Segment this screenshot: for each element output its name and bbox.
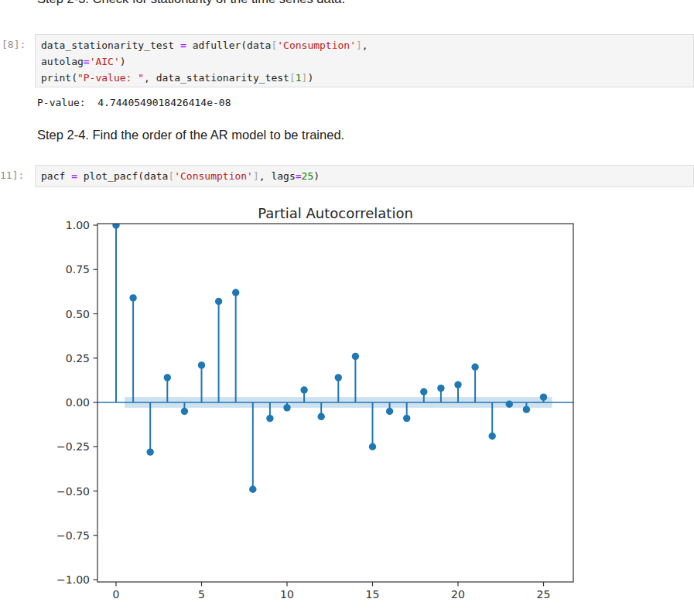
- y-tick-label: −0.25: [56, 440, 90, 453]
- x-tick-label: 25: [537, 588, 551, 601]
- marker-lag-0: [112, 221, 119, 228]
- marker-lag-14: [352, 353, 359, 360]
- cell11-code-editor[interactable]: pacf = plot_pacf(data['Consumption'], la…: [35, 165, 694, 187]
- marker-lag-2: [147, 448, 154, 455]
- y-tick-label: 0.50: [66, 308, 90, 320]
- cell11-execution-prompt: 11]:: [0, 167, 24, 183]
- marker-lag-18: [420, 388, 427, 395]
- marker-lag-10: [283, 404, 290, 411]
- x-tick-label: 5: [198, 588, 205, 601]
- marker-lag-21: [471, 364, 478, 371]
- marker-lag-9: [266, 415, 273, 422]
- markdown-cell-step-2-4[interactable]: Step 2-4. Find the order of the AR model…: [37, 126, 344, 143]
- marker-lag-23: [506, 401, 513, 408]
- marker-lag-25: [540, 393, 547, 400]
- marker-lag-5: [198, 361, 205, 368]
- code-line: autolag='AIC'): [41, 53, 687, 70]
- marker-lag-19: [437, 385, 444, 392]
- chart-title: Partial Autocorrelation: [258, 205, 413, 221]
- x-tick-label: 15: [366, 588, 380, 601]
- marker-lag-8: [249, 486, 256, 493]
- marker-lag-4: [181, 408, 188, 415]
- marker-lag-12: [318, 413, 325, 420]
- marker-lag-7: [232, 289, 239, 296]
- x-tick-label: 20: [451, 588, 465, 601]
- pacf-chart: Partial Autocorrelation05101520251.000.7…: [49, 195, 590, 616]
- y-tick-label: −0.75: [56, 529, 90, 542]
- code-line: pacf = plot_pacf(data['Consumption'], la…: [41, 168, 687, 184]
- marker-lag-13: [335, 374, 342, 381]
- markdown-cell-step-2-3[interactable]: Step 2-3. Check for stationarity of the …: [37, 0, 345, 7]
- marker-lag-1: [129, 294, 136, 301]
- y-tick-label: 1.00: [66, 219, 90, 231]
- y-tick-label: 0.00: [66, 396, 90, 409]
- y-tick-label: 0.75: [66, 263, 90, 275]
- marker-lag-16: [386, 408, 393, 415]
- code-line: print("P-value: ", data_stationarity_tes…: [41, 70, 687, 86]
- x-tick-label: 10: [280, 588, 294, 601]
- pacf-figure-output: Partial Autocorrelation05101520251.000.7…: [49, 195, 590, 616]
- x-tick-label: 0: [113, 588, 120, 601]
- y-tick-label: 0.25: [66, 352, 90, 364]
- plot-area: [97, 221, 573, 493]
- marker-lag-3: [164, 374, 171, 381]
- code-line: data_stationarity_test = adfuller(data['…: [41, 37, 687, 53]
- cell8-code-editor[interactable]: data_stationarity_test = adfuller(data['…: [35, 34, 694, 87]
- marker-lag-6: [215, 298, 222, 305]
- marker-lag-22: [489, 433, 496, 440]
- y-tick-label: −1.00: [56, 573, 90, 586]
- marker-lag-24: [523, 406, 530, 412]
- marker-lag-11: [300, 386, 307, 393]
- marker-lag-15: [369, 443, 376, 450]
- cell8-output-text: P-value: 4.7440549018426414e-08: [37, 97, 231, 108]
- cell8-execution-prompt: [8]:: [2, 36, 26, 53]
- y-tick-label: −0.50: [56, 485, 90, 498]
- marker-lag-20: [454, 381, 461, 388]
- marker-lag-17: [403, 415, 410, 422]
